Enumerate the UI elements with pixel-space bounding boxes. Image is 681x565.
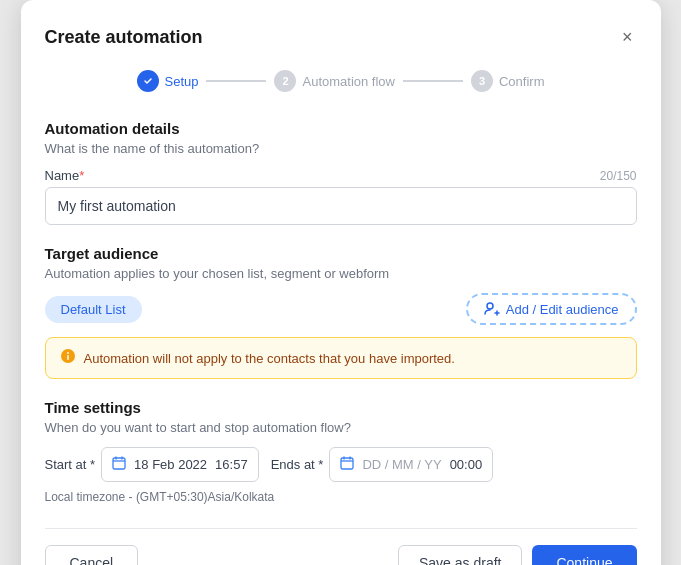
modal-header: Create automation × [45, 24, 637, 50]
step-line-1 [206, 80, 266, 82]
start-date-field[interactable]: 18 Feb 2022 16:57 [101, 447, 259, 482]
save-draft-button[interactable]: Save as draft [398, 545, 523, 565]
automation-details-desc: What is the name of this automation? [45, 141, 637, 156]
step-setup: Setup [137, 70, 199, 92]
time-settings-title: Time settings [45, 399, 637, 416]
warning-text: Automation will not apply to the contact… [84, 351, 455, 366]
automation-name-input[interactable] [45, 187, 637, 225]
calendar-icon-end [340, 456, 354, 473]
close-button[interactable]: × [618, 24, 637, 50]
svg-rect-3 [67, 355, 69, 360]
name-field-row: Name* 20/150 [45, 168, 637, 183]
svg-point-1 [487, 303, 493, 309]
audience-row: Default List Add / Edit audience [45, 293, 637, 325]
svg-point-4 [67, 352, 69, 354]
automation-details-section: Automation details What is the name of t… [45, 120, 637, 225]
svg-rect-6 [341, 458, 353, 469]
timezone-text: Local timezone - (GMT+05:30)Asia/Kolkata [45, 490, 637, 504]
step-automation-flow-label: Automation flow [302, 74, 395, 89]
add-edit-audience-button[interactable]: Add / Edit audience [466, 293, 637, 325]
stepper: Setup 2 Automation flow 3 Confirm [45, 70, 637, 92]
step-automation-flow-circle: 2 [274, 70, 296, 92]
end-date-placeholder: DD / MM / YY [362, 457, 441, 472]
step-confirm-circle: 3 [471, 70, 493, 92]
continue-button[interactable]: Continue [532, 545, 636, 565]
end-date-field[interactable]: DD / MM / YY 00:00 [329, 447, 493, 482]
default-list-tag: Default List [45, 296, 142, 323]
step-setup-circle [137, 70, 159, 92]
cancel-button[interactable]: Cancel [45, 545, 139, 565]
start-date-value: 18 Feb 2022 [134, 457, 207, 472]
end-time-value: 00:00 [450, 457, 483, 472]
add-audience-icon [484, 301, 500, 317]
step-confirm-label: Confirm [499, 74, 545, 89]
calendar-icon-start [112, 456, 126, 473]
target-audience-section: Target audience Automation applies to yo… [45, 245, 637, 379]
modal-title: Create automation [45, 27, 203, 48]
footer-right: Save as draft Continue [398, 545, 637, 565]
info-icon [60, 348, 76, 364]
end-time-group: Ends at * DD / MM / YY 00:00 [271, 447, 494, 482]
calendar-svg-end [340, 456, 354, 470]
warning-icon [60, 348, 76, 368]
name-required: * [79, 168, 84, 183]
automation-details-title: Automation details [45, 120, 637, 137]
time-settings-row: Start at * 18 Feb 2022 16:57 Ends at * [45, 447, 637, 482]
step-automation-flow-number: 2 [282, 75, 288, 87]
name-label: Name* [45, 168, 85, 183]
char-count: 20/150 [600, 169, 637, 183]
time-settings-section: Time settings When do you want to start … [45, 399, 637, 504]
modal-footer: Cancel Save as draft Continue [45, 528, 637, 565]
start-time-group: Start at * 18 Feb 2022 16:57 [45, 447, 259, 482]
end-label: Ends at * [271, 457, 324, 472]
target-audience-desc: Automation applies to your chosen list, … [45, 266, 637, 281]
svg-rect-5 [113, 458, 125, 469]
step-line-2 [403, 80, 463, 82]
calendar-svg-start [112, 456, 126, 470]
warning-box: Automation will not apply to the contact… [45, 337, 637, 379]
step-confirm-number: 3 [479, 75, 485, 87]
start-time-value: 16:57 [215, 457, 248, 472]
create-automation-modal: Create automation × Setup 2 Automation f… [21, 0, 661, 565]
step-confirm: 3 Confirm [471, 70, 545, 92]
step-automation-flow: 2 Automation flow [274, 70, 395, 92]
checkmark-icon [142, 75, 154, 87]
time-settings-desc: When do you want to start and stop autom… [45, 420, 637, 435]
start-label: Start at * [45, 457, 96, 472]
step-setup-label: Setup [165, 74, 199, 89]
target-audience-title: Target audience [45, 245, 637, 262]
